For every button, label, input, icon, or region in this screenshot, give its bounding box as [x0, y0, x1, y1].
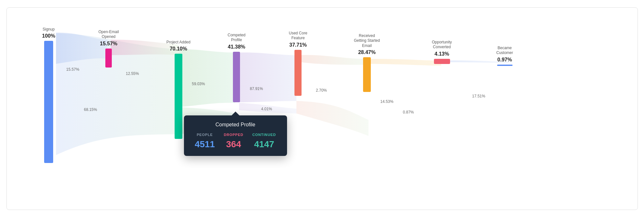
stage-project-added-bar: [175, 54, 182, 139]
tooltip-title: Competed Profile: [194, 122, 277, 128]
tooltip-continued-label: CONTINUED: [252, 133, 276, 137]
stage-received-email-bar: [363, 57, 371, 92]
stage-competed-profile: CompetedProfile 41.38%: [228, 33, 245, 102]
stage-used-core-pct: 37.71%: [289, 42, 307, 48]
tooltip-arrow: [232, 112, 239, 115]
stage-signup: Signup 100%: [42, 27, 55, 163]
flow-label-1751: 17.51%: [472, 94, 485, 98]
stage-signup-label: Signup: [43, 27, 54, 32]
tooltip-people-value: 4511: [195, 139, 215, 149]
flow-label-1453: 14.53%: [380, 99, 394, 104]
stage-opportunity-bar: [434, 59, 450, 64]
funnel-chart: Signup 100% Open-EmailOpened 15.57% Proj…: [6, 7, 638, 210]
stage-became-customer-bar: [497, 65, 513, 66]
stage-used-core-label: Used CoreFeature: [289, 31, 307, 41]
tooltip-col-people: PEOPLE 4511: [195, 133, 215, 149]
flow-label-5903: 59.03%: [192, 82, 205, 86]
stage-open-email: Open-EmailOpened 15.57%: [99, 30, 119, 68]
stage-competed-profile-pct: 41.38%: [228, 44, 245, 50]
tooltip-columns: PEOPLE 4511 DROPPED 364 CONTINUED 4147: [194, 133, 277, 149]
stage-open-email-label: Open-EmailOpened: [99, 30, 119, 40]
stage-open-email-bar: [105, 49, 112, 68]
tooltip-continued-value: 4147: [254, 139, 274, 149]
tooltip-dropped-value: 364: [226, 139, 241, 149]
stage-became-customer-pct: 0.97%: [497, 57, 512, 63]
flow-label-401: 4.01%: [261, 107, 272, 111]
stage-competed-profile-label: CompetedProfile: [228, 33, 245, 43]
stage-received-email-pct: 28.47%: [358, 50, 376, 55]
tooltip-competed-profile: Competed Profile PEOPLE 4511 DROPPED 364…: [184, 115, 287, 156]
stage-project-added-pct: 70.10%: [170, 46, 187, 52]
stage-signup-bar: [44, 41, 53, 163]
flow-label-270: 2.70%: [316, 88, 327, 93]
flow-label-087: 0.87%: [403, 110, 414, 114]
stage-competed-profile-bar: [233, 52, 240, 102]
tooltip-people-label: PEOPLE: [197, 133, 213, 137]
stage-received-email-label: ReceivedGetting StartedEmail: [354, 33, 380, 49]
stage-open-email-pct: 15.57%: [100, 41, 117, 47]
flow-label-8791: 87.91%: [250, 86, 263, 91]
stage-opportunity: OpportunityConverted 4.13%: [432, 40, 452, 64]
stage-signup-pct: 100%: [42, 33, 55, 39]
stage-opportunity-label: OpportunityConverted: [432, 40, 452, 50]
tooltip-col-dropped: DROPPED 364: [224, 133, 244, 149]
flow-label-1557: 15.57%: [66, 67, 80, 72]
tooltip-col-continued: CONTINUED 4147: [252, 133, 276, 149]
stage-became-customer: BecameCustomer 0.97%: [496, 46, 513, 66]
stage-used-core: Used CoreFeature 37.71%: [289, 31, 307, 96]
stage-became-customer-label: BecameCustomer: [496, 46, 513, 56]
stage-received-email: ReceivedGetting StartedEmail 28.47%: [354, 33, 380, 92]
tooltip-dropped-label: DROPPED: [224, 133, 244, 137]
stage-used-core-bar: [294, 50, 302, 96]
flow-label-6815: 68.15%: [84, 107, 97, 112]
stage-opportunity-pct: 4.13%: [435, 51, 449, 57]
stage-project-added-label: Project Added: [167, 40, 191, 45]
flow-label-1255: 12.55%: [126, 71, 139, 76]
